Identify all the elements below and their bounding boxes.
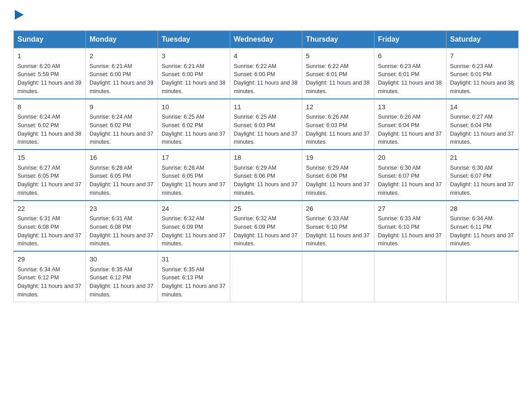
day-number: 6: [378, 51, 442, 61]
calendar-cell: 15 Sunrise: 6:27 AM Sunset: 6:05 PM Dayl…: [14, 150, 86, 201]
daylight-label: Daylight: 11 hours and 37 minutes.: [378, 232, 442, 247]
daylight-label: Daylight: 11 hours and 37 minutes.: [17, 232, 81, 247]
day-number: 17: [162, 153, 226, 163]
daylight-label: Daylight: 11 hours and 37 minutes.: [450, 181, 514, 196]
day-number: 16: [90, 153, 154, 163]
sunrise-label: Sunrise: 6:33 AM: [378, 215, 420, 222]
sunset-label: Sunset: 6:03 PM: [306, 122, 347, 128]
sunrise-label: Sunrise: 6:22 AM: [306, 63, 348, 69]
sunrise-label: Sunrise: 6:30 AM: [450, 165, 493, 171]
calendar-cell: 10 Sunrise: 6:25 AM Sunset: 6:02 PM Dayl…: [158, 99, 230, 150]
sunrise-label: Sunrise: 6:33 AM: [306, 215, 348, 222]
day-number: 7: [450, 51, 515, 61]
daylight-label: Daylight: 11 hours and 37 minutes.: [90, 283, 153, 298]
day-header-sunday: Sunday: [14, 31, 86, 48]
calendar-cell: 18 Sunrise: 6:29 AM Sunset: 6:06 PM Dayl…: [230, 150, 302, 201]
sunrise-label: Sunrise: 6:31 AM: [90, 215, 132, 222]
daylight-label: Daylight: 11 hours and 37 minutes.: [90, 181, 153, 196]
calendar-cell: 4 Sunrise: 6:22 AM Sunset: 6:00 PM Dayli…: [230, 48, 302, 99]
sunrise-label: Sunrise: 6:27 AM: [450, 114, 493, 120]
day-header-saturday: Saturday: [446, 31, 519, 48]
sunset-label: Sunset: 6:12 PM: [90, 274, 131, 281]
sunrise-label: Sunrise: 6:26 AM: [306, 114, 348, 120]
daylight-label: Daylight: 11 hours and 37 minutes.: [306, 181, 369, 196]
sunrise-label: Sunrise: 6:29 AM: [306, 165, 348, 171]
daylight-label: Daylight: 11 hours and 37 minutes.: [306, 131, 369, 146]
calendar-week-5: 29 Sunrise: 6:34 AM Sunset: 6:12 PM Dayl…: [14, 251, 519, 302]
sunset-label: Sunset: 6:03 PM: [234, 122, 275, 128]
sunset-label: Sunset: 6:13 PM: [162, 274, 203, 281]
day-number: 24: [162, 204, 226, 214]
sunset-label: Sunset: 6:09 PM: [162, 224, 203, 230]
sunset-label: Sunset: 6:01 PM: [450, 71, 491, 77]
daylight-label: Daylight: 11 hours and 37 minutes.: [234, 131, 297, 146]
daylight-label: Daylight: 11 hours and 38 minutes.: [17, 131, 81, 146]
day-number: 18: [234, 153, 298, 163]
daylight-label: Daylight: 11 hours and 38 minutes.: [450, 80, 514, 94]
calendar-cell: 26 Sunrise: 6:33 AM Sunset: 6:10 PM Dayl…: [302, 201, 374, 252]
calendar-cell: 7 Sunrise: 6:23 AM Sunset: 6:01 PM Dayli…: [446, 48, 519, 99]
calendar-week-1: 1 Sunrise: 6:20 AM Sunset: 5:59 PM Dayli…: [14, 48, 519, 99]
day-header-friday: Friday: [374, 31, 446, 48]
day-number: 27: [378, 204, 442, 214]
sunrise-label: Sunrise: 6:32 AM: [234, 215, 276, 222]
daylight-label: Daylight: 11 hours and 39 minutes.: [90, 80, 153, 94]
sunrise-label: Sunrise: 6:23 AM: [378, 63, 420, 69]
sunrise-label: Sunrise: 6:34 AM: [450, 215, 493, 222]
sunset-label: Sunset: 6:06 PM: [234, 173, 275, 179]
day-header-tuesday: Tuesday: [158, 31, 230, 48]
sunrise-label: Sunrise: 6:23 AM: [450, 63, 493, 69]
day-number: 20: [378, 153, 442, 163]
calendar-cell: 23 Sunrise: 6:31 AM Sunset: 6:08 PM Dayl…: [86, 201, 158, 252]
daylight-label: Daylight: 11 hours and 37 minutes.: [378, 181, 442, 196]
day-number: 25: [234, 204, 298, 214]
calendar-cell: 9 Sunrise: 6:24 AM Sunset: 6:02 PM Dayli…: [86, 99, 158, 150]
calendar-cell: [446, 251, 519, 302]
daylight-label: Daylight: 11 hours and 37 minutes.: [162, 232, 225, 247]
sunrise-label: Sunrise: 6:31 AM: [17, 215, 60, 222]
sunset-label: Sunset: 6:08 PM: [90, 224, 131, 230]
sunrise-label: Sunrise: 6:20 AM: [17, 63, 60, 69]
daylight-label: Daylight: 11 hours and 37 minutes.: [17, 181, 81, 196]
day-number: 22: [17, 204, 82, 214]
day-number: 10: [162, 102, 226, 112]
calendar-cell: 29 Sunrise: 6:34 AM Sunset: 6:12 PM Dayl…: [14, 251, 86, 302]
calendar-cell: 25 Sunrise: 6:32 AM Sunset: 6:09 PM Dayl…: [230, 201, 302, 252]
day-number: 5: [306, 51, 370, 61]
day-number: 30: [90, 254, 154, 265]
day-number: 19: [306, 153, 370, 163]
sunset-label: Sunset: 6:08 PM: [17, 224, 59, 230]
daylight-label: Daylight: 11 hours and 39 minutes.: [17, 80, 81, 94]
day-number: 29: [17, 254, 82, 265]
sunset-label: Sunset: 6:07 PM: [378, 173, 419, 179]
calendar-table: SundayMondayTuesdayWednesdayThursdayFrid…: [13, 30, 519, 302]
daylight-label: Daylight: 11 hours and 37 minutes.: [378, 131, 442, 146]
calendar-cell: [230, 251, 302, 302]
calendar-cell: [302, 251, 374, 302]
sunset-label: Sunset: 6:07 PM: [450, 173, 491, 179]
daylight-label: Daylight: 11 hours and 38 minutes.: [306, 80, 369, 94]
daylight-label: Daylight: 11 hours and 37 minutes.: [450, 131, 514, 146]
day-number: 31: [162, 254, 226, 265]
calendar-cell: [374, 251, 446, 302]
calendar-cell: 31 Sunrise: 6:35 AM Sunset: 6:13 PM Dayl…: [158, 251, 230, 302]
sunrise-label: Sunrise: 6:34 AM: [17, 266, 60, 273]
day-header-thursday: Thursday: [302, 31, 374, 48]
sunrise-label: Sunrise: 6:25 AM: [162, 114, 204, 120]
sunrise-label: Sunrise: 6:24 AM: [17, 114, 60, 120]
daylight-label: Daylight: 11 hours and 38 minutes.: [162, 80, 225, 94]
sunset-label: Sunset: 5:59 PM: [17, 71, 59, 77]
daylight-label: Daylight: 11 hours and 37 minutes.: [162, 131, 225, 146]
daylight-label: Daylight: 11 hours and 37 minutes.: [90, 232, 153, 247]
calendar-cell: 8 Sunrise: 6:24 AM Sunset: 6:02 PM Dayli…: [14, 99, 86, 150]
sunset-label: Sunset: 6:00 PM: [90, 71, 131, 77]
day-number: 8: [17, 102, 82, 112]
sunset-label: Sunset: 6:10 PM: [378, 224, 419, 230]
sunset-label: Sunset: 6:10 PM: [306, 224, 347, 230]
calendar-cell: 14 Sunrise: 6:27 AM Sunset: 6:04 PM Dayl…: [446, 99, 519, 150]
sunset-label: Sunset: 6:05 PM: [162, 173, 203, 179]
calendar-cell: 22 Sunrise: 6:31 AM Sunset: 6:08 PM Dayl…: [14, 201, 86, 252]
logo: [13, 9, 24, 21]
sunrise-label: Sunrise: 6:29 AM: [234, 165, 276, 171]
day-number: 28: [450, 204, 515, 214]
